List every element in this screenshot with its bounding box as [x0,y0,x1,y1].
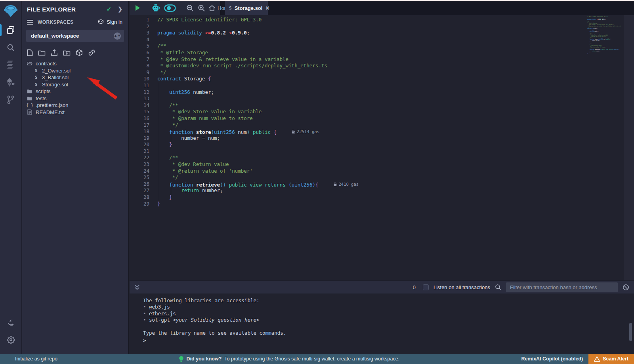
code-line[interactable]: 16 * @param num value to store [130,115,612,122]
editor-scrollbar[interactable] [624,15,634,280]
code-line[interactable]: 2 [130,23,612,30]
terminal-link[interactable]: ethers.js [149,311,176,316]
tree-item-storage-sol[interactable]: SStorage.sol [22,81,128,88]
code-line[interactable]: 8 * @custom:dev-run-script ./scripts/dep… [586,25,623,27]
code-line[interactable]: 29} [130,201,612,208]
transaction-filter-input[interactable] [506,282,618,292]
terminal-prompt[interactable]: > [143,337,146,343]
workspaces-label: WORKSPACES [38,19,73,25]
code-line[interactable]: 23 * @dev Return value [130,161,612,168]
tree-item-contracts[interactable]: contracts [22,60,128,67]
window-top-edge [0,0,634,1]
link-icon[interactable] [88,49,95,56]
sidebar-item-plugin-manager[interactable] [0,313,21,331]
panel-title: FILE EXPLORER [27,6,76,13]
code-line[interactable]: 29} [586,53,623,54]
code-line[interactable]: 12 uint256 number; [130,89,612,96]
status-bar: Initialize as git repo Did you know? To … [0,354,634,364]
tree-item-3-ballot-sol[interactable]: S3_Ballot.sol [22,74,128,81]
tab-storage-sol[interactable]: S Storage.sol ✕ [225,1,268,15]
code-line[interactable]: 19 number = num; [130,135,612,142]
code-line[interactable]: 11 [130,82,612,89]
run-script-button[interactable] [132,4,143,11]
folder-closed-icon [27,96,32,101]
tree-item-tests[interactable]: tests [22,95,128,102]
line-number: 24 [130,168,149,175]
sidebar-item-solidity-compiler[interactable] [0,56,21,74]
sidebar-item-file-explorer[interactable] [0,21,21,39]
code-line[interactable]: 6 * @title Storage [130,50,612,56]
code-line[interactable]: 28 } [130,194,612,201]
terminal-output: The following libraries are accessible:•… [143,297,634,336]
line-content: * @dev Return value [157,161,229,168]
file-explorer-toolbar [22,46,128,60]
terminal-link[interactable]: web3.js [149,304,170,310]
code-line[interactable]: 9 */ [130,69,612,76]
terminal-text: Type the library name to see available c… [143,330,286,336]
code-line[interactable]: 10contract Storage { [130,76,612,82]
code-line[interactable]: 1// SPDX-License-Identifier: GPL-3.0 [130,17,612,23]
terminal-scrollbar-thumb[interactable] [629,323,632,341]
upload-file-icon[interactable] [51,49,58,56]
sidebar-item-git[interactable] [0,91,21,109]
code-line[interactable]: 4 [130,36,612,43]
code-line[interactable]: 14 /** [130,102,612,109]
copilot-toggle[interactable] [162,4,178,12]
tree-item-label: contracts [36,61,57,67]
code-line[interactable]: 17 */ [130,122,612,129]
code-line[interactable]: 21 [130,148,612,155]
tab-label: Storage.sol [235,5,263,11]
code-line[interactable]: 8 * @custom:dev-run-script ./scripts/dep… [130,63,612,69]
upload-folder-icon[interactable] [63,49,71,56]
magnifier-icon [495,284,501,290]
copilot-status[interactable]: RemixAI Copilot (enabled) [521,356,583,362]
sidebar-item-deploy-run[interactable] [0,74,21,91]
sidebar-item-search[interactable] [0,39,21,56]
code-line[interactable]: 5/** [130,43,612,50]
tree-item-scripts[interactable]: scripts [22,88,128,95]
terminal[interactable]: The following libraries are accessible:•… [130,293,634,354]
ai-copilot-button[interactable] [149,4,162,12]
code-line[interactable]: 26 function retrieve() public view retur… [130,181,612,188]
line-content: uint256 number; [157,89,214,96]
code-line[interactable]: 25 */ [130,174,612,181]
terminal-collapse-button[interactable] [134,284,140,290]
code-editor[interactable]: 1// SPDX-License-Identifier: GPL-3.023pr… [130,15,634,280]
folder-open-icon [27,61,32,66]
code-line[interactable]: 3pragma solidity >=0.8.2 <0.9.0; [130,30,612,36]
code-line[interactable]: 13 [130,95,612,102]
tree-item-readme-txt[interactable]: README.txt [22,109,128,116]
zoom-in-icon[interactable] [196,4,207,12]
line-content: pragma solidity >=0.8.2 <0.9.0; [587,19,606,20]
line-number: 1 [130,17,149,23]
code-line[interactable]: 27 return number; [130,187,612,194]
tab-close-icon[interactable]: ✕ [265,5,269,11]
zoom-out-icon[interactable] [184,4,196,12]
code-line[interactable]: 22 /** [130,154,612,161]
remix-logo[interactable] [0,1,21,21]
sidebar-item-settings[interactable] [0,331,21,348]
workspace-select[interactable]: default_workspace ▲▼ [26,30,124,42]
git-init-button[interactable]: Initialize as git repo [0,356,57,362]
cube-icon[interactable] [76,49,83,56]
code-line[interactable]: 20 } [130,141,612,148]
ban-icon[interactable] [623,284,629,291]
sign-in-button[interactable]: Sign in [97,19,122,25]
code-line[interactable]: 15 * @dev Store value in variable [130,109,612,115]
remix-ide-window: FILE EXPLORER ✓ ❯ WORKSPACES Sign in def… [0,0,634,364]
new-file-icon[interactable] [27,49,33,56]
workspaces-menu-icon[interactable] [27,20,33,25]
code-line[interactable]: 7 * @dev Store & retrieve value in a var… [130,56,612,63]
code-line[interactable]: 24 * @return value of 'number' [130,168,612,175]
editor-minimap[interactable]: 1// SPDX-License-Identifier: GPL-3.023pr… [586,16,623,68]
line-number: 19 [130,135,149,142]
scam-alert-button[interactable]: Scam Alert [588,354,634,364]
line-content: /** [157,154,178,161]
chevron-right-icon[interactable]: ❯ [118,6,122,12]
tree-item-2-owner-sol[interactable]: S2_Owner.sol [22,67,128,74]
tree-item--prettierrc-json[interactable]: { }.prettierrc.json [22,102,128,109]
listen-transactions-checkbox[interactable] [423,284,429,290]
code-line[interactable]: 18 function store(uint256 num) public {2… [130,128,612,135]
did-you-know-tip: Did you know? To prototype using the Gno… [57,356,521,362]
new-folder-icon[interactable] [38,49,46,56]
